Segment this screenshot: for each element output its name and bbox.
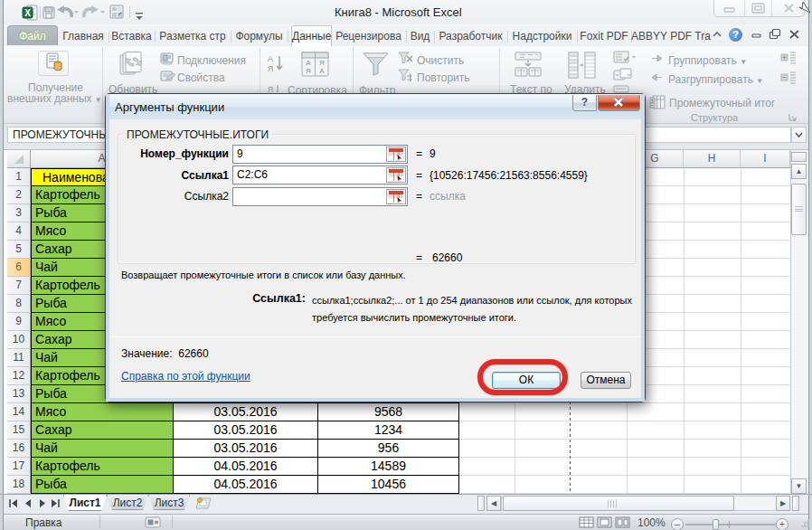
- svg-text:А: А: [306, 59, 311, 67]
- svg-text:А: А: [268, 54, 273, 63]
- svg-text:Я: Я: [319, 59, 325, 67]
- svg-text:Я: Я: [268, 64, 274, 73]
- svg-text:А: А: [319, 67, 325, 75]
- svg-text:X: X: [24, 8, 31, 18]
- svg-text:Я: Я: [306, 67, 311, 75]
